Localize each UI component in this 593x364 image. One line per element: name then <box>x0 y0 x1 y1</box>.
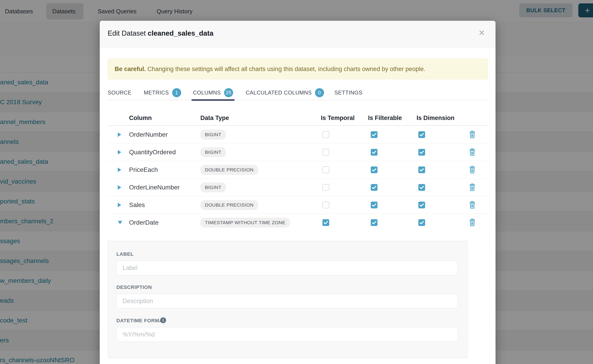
is-temporal-checkbox[interactable] <box>323 166 329 173</box>
expand-caret-icon[interactable] <box>118 168 121 172</box>
edit-dataset-modal: Edit Dataset cleaned_sales_data ✕ Be car… <box>100 21 495 364</box>
check-icon <box>371 202 377 208</box>
is-dimension-checkbox[interactable] <box>418 166 425 173</box>
tab-settings[interactable]: SETTINGS <box>334 85 362 100</box>
is-temporal-checkbox[interactable] <box>323 219 329 226</box>
datetime-format-field-label: DATETIME FORMAT <box>116 318 166 324</box>
warning-banner: Be careful. Changing these settings will… <box>108 59 488 79</box>
modal-title-dataset-name: cleaned_sales_data <box>148 29 213 37</box>
column-name: OrderLineNumber <box>129 184 180 191</box>
warning-text: Be careful. Changing these settings will… <box>115 66 425 73</box>
is-dimension-checkbox[interactable] <box>418 149 425 156</box>
is-filterable-checkbox[interactable] <box>371 219 377 226</box>
trash-icon[interactable] <box>469 183 476 191</box>
is-dimension-checkbox[interactable] <box>418 202 425 208</box>
tab-count-badge: 1 <box>172 88 181 97</box>
column-name: PriceEach <box>129 166 158 173</box>
trash-icon[interactable] <box>469 130 476 139</box>
is-temporal-checkbox[interactable] <box>323 131 329 138</box>
is-temporal-checkbox[interactable] <box>323 184 329 191</box>
column-row: OrderDate TIMESTAMP WITHOUT TIME ZONE <box>108 214 488 231</box>
columns-table-header: Column Data Type Is Temporal Is Filterab… <box>108 111 488 126</box>
column-name: Sales <box>129 202 145 209</box>
trash-icon[interactable] <box>469 166 476 174</box>
tab-count-badge: 25 <box>224 88 233 97</box>
column-row: Sales DOUBLE PRECISION <box>108 196 488 214</box>
info-icon[interactable]: i <box>160 317 166 323</box>
expand-caret-icon[interactable] <box>118 185 121 190</box>
label-field-label: LABEL <box>116 251 134 257</box>
expand-caret-icon[interactable] <box>118 203 121 207</box>
tab-metrics[interactable]: METRICS 1 <box>144 85 181 100</box>
trash-icon[interactable] <box>469 201 476 209</box>
tab-source[interactable]: SOURCE <box>108 85 132 100</box>
tab-calculated-columns[interactable]: CALCULATED COLUMNS 0 <box>246 85 324 100</box>
check-icon <box>419 220 425 226</box>
is-temporal-checkbox[interactable] <box>323 202 329 208</box>
check-icon <box>371 220 377 226</box>
header-column: Column <box>129 115 152 122</box>
check-icon <box>419 184 425 190</box>
header-is-dimension: Is Dimension <box>416 115 455 122</box>
modal-header: Edit Dataset cleaned_sales_data ✕ <box>100 21 495 47</box>
is-dimension-checkbox[interactable] <box>418 219 425 226</box>
is-filterable-checkbox[interactable] <box>371 202 377 208</box>
check-icon <box>371 167 377 173</box>
data-type-pill: DOUBLE PRECISION <box>200 200 258 210</box>
data-type-pill: BIGINT <box>200 130 226 140</box>
modal-title: Edit Dataset cleaned_sales_data <box>108 29 213 38</box>
column-row: PriceEach DOUBLE PRECISION <box>108 161 488 179</box>
column-name: QuantityOrdered <box>129 149 176 156</box>
is-filterable-checkbox[interactable] <box>371 131 377 138</box>
check-icon <box>323 220 329 226</box>
is-filterable-checkbox[interactable] <box>371 166 377 173</box>
data-type-pill: DOUBLE PRECISION <box>200 165 258 175</box>
modal-title-prefix: Edit Dataset <box>108 29 146 37</box>
description-input[interactable] <box>116 294 458 308</box>
header-is-temporal: Is Temporal <box>321 115 355 122</box>
column-editor-panel: LABEL DESCRIPTION DATETIME FORMAT i <box>108 241 468 358</box>
trash-icon[interactable] <box>469 219 476 227</box>
modal-tabs: SOURCE METRICS 1 COLUMNS 25 CALCULATED C… <box>108 85 488 100</box>
label-input[interactable] <box>116 261 458 275</box>
column-name: OrderDate <box>129 219 159 226</box>
column-row: OrderNumber BIGINT <box>108 126 488 143</box>
data-type-pill: TIMESTAMP WITHOUT TIME ZONE <box>200 218 290 228</box>
check-icon <box>371 132 377 137</box>
check-icon <box>371 149 377 155</box>
close-icon[interactable]: ✕ <box>478 29 485 37</box>
description-field-label: DESCRIPTION <box>116 284 152 290</box>
expand-caret-icon[interactable] <box>118 132 121 137</box>
check-icon <box>371 184 377 190</box>
column-row: QuantityOrdered BIGINT <box>108 143 488 161</box>
is-filterable-checkbox[interactable] <box>371 149 377 156</box>
header-data-type: Data Type <box>200 115 229 122</box>
data-type-pill: BIGINT <box>200 147 226 157</box>
is-dimension-checkbox[interactable] <box>418 131 425 138</box>
data-type-pill: BIGINT <box>200 182 226 192</box>
column-name: OrderNumber <box>129 131 168 138</box>
header-is-filterable: Is Filterable <box>368 115 402 122</box>
check-icon <box>419 167 425 173</box>
is-temporal-checkbox[interactable] <box>323 149 329 156</box>
check-icon <box>419 132 425 137</box>
tab-count-badge: 0 <box>315 88 324 97</box>
columns-table: Column Data Type Is Temporal Is Filterab… <box>108 111 488 231</box>
column-row: OrderLineNumber BIGINT <box>108 179 488 196</box>
columns-table-body: OrderNumber BIGINT Qu <box>108 126 488 231</box>
is-filterable-checkbox[interactable] <box>371 184 377 191</box>
tab-columns[interactable]: COLUMNS 25 <box>193 85 233 100</box>
expand-caret-icon[interactable] <box>118 150 121 155</box>
check-icon <box>419 149 425 155</box>
expand-caret-icon[interactable] <box>118 221 122 224</box>
trash-icon[interactable] <box>469 148 476 156</box>
datetime-format-input[interactable] <box>116 327 458 342</box>
check-icon <box>419 202 425 208</box>
is-dimension-checkbox[interactable] <box>418 184 425 191</box>
